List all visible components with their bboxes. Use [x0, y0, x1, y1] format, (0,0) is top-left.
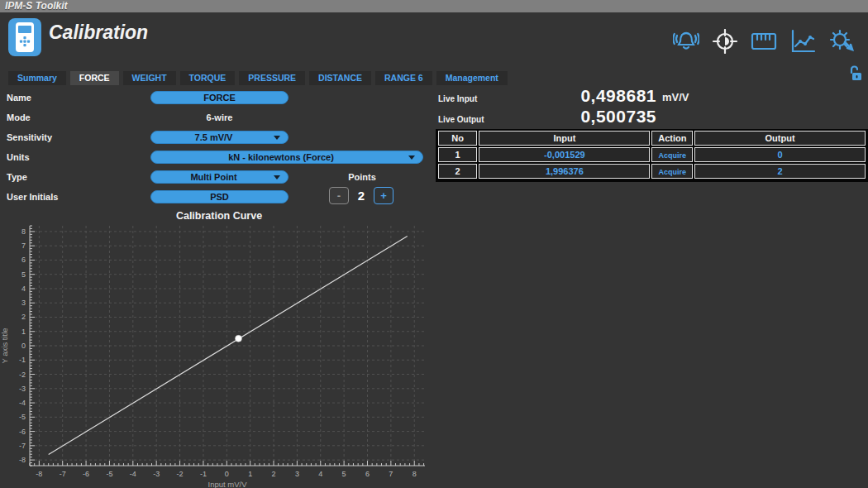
row2-action: Acquire — [651, 164, 693, 179]
points-increment-button[interactable]: + — [374, 187, 393, 204]
svg-text:7: 7 — [389, 470, 393, 478]
units-value: kN - kilonewtons (Force) — [228, 152, 334, 162]
type-select[interactable]: Multi Point — [150, 170, 289, 184]
svg-text:-7: -7 — [60, 470, 66, 478]
svg-text:-2: -2 — [177, 470, 184, 478]
table-header-row: No Input Action Output — [438, 131, 866, 146]
live-input-value: 0,498681 — [539, 86, 656, 106]
tab-force[interactable]: FORCE — [70, 71, 119, 85]
svg-text:8: 8 — [413, 470, 417, 478]
tab-pressure[interactable]: PRESSURE — [239, 71, 305, 85]
calibration-points-table: No Input Action Output 1 -0,001529 Acqui… — [436, 129, 868, 182]
points-stepper: - 2 + — [329, 187, 393, 204]
unlock-icon[interactable] — [850, 65, 861, 82]
col-header-action: Action — [651, 131, 693, 146]
row1-action: Acquire — [651, 147, 693, 162]
mode-label: Mode — [7, 112, 31, 122]
trend-chart-icon[interactable] — [789, 29, 816, 54]
live-input-unit: mV/V — [662, 91, 689, 103]
svg-text:5: 5 — [21, 270, 26, 279]
row1-no: 1 — [438, 147, 477, 162]
tabbar: Summary FORCE WEIGHT TORQUE PRESSURE DIS… — [8, 71, 508, 85]
app-title: IPM-S Toolkit — [5, 0, 68, 12]
units-label: Units — [7, 152, 30, 162]
svg-text:-3: -3 — [19, 385, 26, 393]
points-label: Points — [329, 172, 395, 182]
svg-text:-5: -5 — [106, 470, 112, 478]
svg-text:6: 6 — [365, 470, 370, 478]
tab-management[interactable]: Management — [436, 71, 508, 85]
live-output-label: Live Output — [438, 115, 484, 124]
tab-summary[interactable]: Summary — [8, 71, 66, 85]
points-decrement-button[interactable]: - — [329, 187, 349, 204]
chart-title: Calibration Curve — [0, 210, 438, 222]
acquire-button[interactable]: Acquire — [659, 151, 687, 160]
calibration-curve-chart: -8-7-6-5-4-3-2-1012345678-8-7-6-5-4-3-2-… — [0, 223, 438, 488]
svg-text:2: 2 — [21, 313, 26, 321]
svg-text:-8: -8 — [36, 470, 42, 478]
svg-text:-1: -1 — [200, 470, 207, 478]
svg-text:4: 4 — [318, 470, 322, 478]
app-header: Calibration — [0, 12, 868, 64]
units-select[interactable]: kN - kilonewtons (Force) — [150, 151, 423, 164]
type-label: Type — [7, 172, 27, 182]
user-initials-label: User Initials — [7, 192, 58, 202]
name-label: Name — [7, 93, 31, 103]
svg-text:Input mV/V: Input mV/V — [208, 480, 248, 488]
svg-text:Y axis title: Y axis title — [0, 328, 9, 363]
name-field[interactable]: FORCE — [150, 91, 289, 104]
svg-text:3: 3 — [295, 470, 299, 478]
row1-output: 0 — [694, 147, 866, 162]
tab-torque[interactable]: TORQUE — [180, 71, 236, 85]
page-title: Calibration — [49, 22, 148, 44]
svg-text:-7: -7 — [19, 442, 26, 450]
type-value: Multi Point — [190, 172, 236, 182]
svg-text:7: 7 — [21, 242, 26, 250]
points-count: 2 — [356, 189, 366, 203]
app-window: IPM-S Toolkit Calibration — [0, 0, 868, 488]
svg-text:1: 1 — [248, 470, 252, 478]
ruler-icon[interactable] — [751, 29, 777, 54]
sensitivity-label: Sensitivity — [7, 132, 52, 142]
tab-range6[interactable]: RANGE 6 — [375, 71, 432, 85]
sensitivity-value: 7.5 mV/V — [195, 132, 233, 142]
svg-text:-6: -6 — [19, 428, 26, 436]
tab-distance[interactable]: DISTANCE — [309, 71, 371, 85]
svg-text:5: 5 — [342, 470, 346, 478]
svg-text:-4: -4 — [130, 470, 136, 478]
sensitivity-select[interactable]: 7.5 mV/V — [150, 131, 289, 144]
target-crosshair-icon[interactable] — [712, 29, 738, 54]
gear-wrench-icon[interactable] — [828, 29, 855, 54]
titlebar: IPM-S Toolkit — [0, 0, 868, 12]
row1-input: -0,001529 — [479, 147, 650, 162]
alarm-bell-icon[interactable] — [673, 29, 699, 54]
svg-text:-4: -4 — [19, 399, 26, 407]
row2-input: 1,996376 — [479, 164, 650, 179]
svg-text:2: 2 — [272, 470, 276, 478]
col-header-output: Output — [694, 131, 866, 146]
row2-output: 2 — [694, 164, 866, 179]
app-logo-icon — [8, 18, 41, 56]
chevron-down-icon — [274, 136, 280, 140]
svg-text:4: 4 — [21, 285, 26, 293]
svg-text:-2: -2 — [19, 371, 26, 379]
svg-text:-3: -3 — [153, 470, 160, 478]
svg-text:8: 8 — [21, 227, 26, 236]
svg-text:-1: -1 — [19, 356, 26, 364]
svg-text:1: 1 — [21, 328, 26, 336]
svg-text:6: 6 — [21, 256, 26, 264]
user-initials-field[interactable]: PSD — [150, 190, 289, 203]
live-input-label: Live Input — [438, 94, 477, 103]
chevron-down-icon — [274, 175, 280, 179]
svg-text:0: 0 — [225, 470, 229, 478]
table-row: 2 1,996376 Acquire 2 — [438, 164, 866, 179]
table-row: 1 -0,001529 Acquire 0 — [438, 147, 866, 162]
svg-text:3: 3 — [21, 299, 26, 307]
acquire-button[interactable]: Acquire — [659, 168, 687, 176]
header-toolbar — [673, 29, 855, 54]
chevron-down-icon — [408, 155, 415, 160]
col-header-input: Input — [479, 131, 650, 146]
live-output-value: 0,500735 — [539, 107, 656, 127]
svg-text:0: 0 — [21, 342, 26, 350]
tab-weight[interactable]: WEIGHT — [123, 71, 176, 85]
